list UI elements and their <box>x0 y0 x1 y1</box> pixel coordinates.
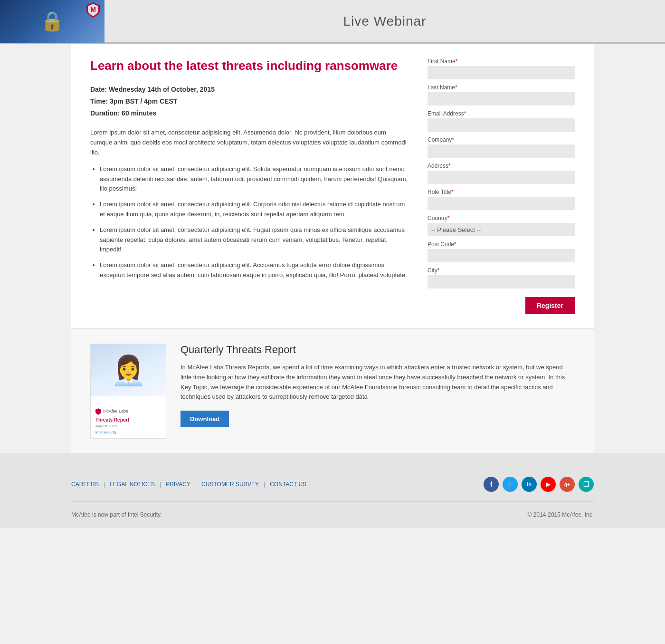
footer-link-contact[interactable]: CONTACT US <box>265 481 311 488</box>
first-name-label: First Name* <box>428 58 575 65</box>
registration-form: First Name* Last Name* Email Address* Co… <box>428 58 575 314</box>
email-input[interactable] <box>428 118 575 132</box>
facebook-icon[interactable]: f <box>484 477 499 492</box>
postcode-group: Post Code* <box>428 241 575 262</box>
linkedin-icon[interactable]: in <box>522 477 537 492</box>
main-content: Learn about the latest threats including… <box>71 44 594 328</box>
company-label: Company* <box>428 136 575 143</box>
last-name-input[interactable] <box>428 92 575 106</box>
left-column: Learn about the latest threats including… <box>90 58 408 314</box>
address-input[interactable] <box>428 171 575 184</box>
mcafee-shield-icon: M <box>86 2 100 18</box>
form-actions: Register <box>428 293 575 314</box>
register-button[interactable]: Register <box>525 297 575 314</box>
first-name-group: First Name* <box>428 58 575 79</box>
report-brand-label: McAfee Labs <box>103 409 128 413</box>
list-item: Lorem ipsum dolor sit amet, consectetur … <box>100 200 408 220</box>
security-icon: 🔒 <box>40 10 64 32</box>
youtube-icon[interactable]: ▶ <box>541 477 556 492</box>
address-label: Address* <box>428 163 575 169</box>
footer-links-row: CAREERS | LEGAL NOTICES | PRIVACY | CUST… <box>71 477 594 502</box>
copyright-notice: © 2014-2015 McAfee, Inc. <box>527 511 594 518</box>
list-item: Lorem ipsum dolor sit amet, consectetur … <box>100 164 408 194</box>
company-group: Company* <box>428 136 575 158</box>
first-name-input[interactable] <box>428 66 575 79</box>
intro-description: Lorem ipsum dolor sit amet, consectetur … <box>90 128 408 157</box>
event-duration: Duration: 60 minutes <box>90 107 408 119</box>
report-cover: 👩‍💼 McAfee Labs Threats Report August 20… <box>90 344 166 439</box>
report-title-label: Threats Report <box>95 417 161 423</box>
city-label: City* <box>428 267 575 274</box>
report-description: In McAfee Labs Threats Reports, we spend… <box>180 363 575 402</box>
last-name-group: Last Name* <box>428 84 575 106</box>
footer-bottom: McAfee is now part of Intel Security. © … <box>71 511 594 518</box>
report-cover-image: 👩‍💼 <box>91 344 166 396</box>
quarterly-report-section: 👩‍💼 McAfee Labs Threats Report August 20… <box>71 329 594 453</box>
slideshare-icon[interactable]: ❐ <box>579 477 594 492</box>
report-person-icon: 👩‍💼 <box>111 354 146 387</box>
role-title-group: Role Title* <box>428 189 575 210</box>
report-content: Quarterly Threats Report In McAfee Labs … <box>180 344 575 427</box>
list-item: Lorem ipsum dolor sit amet, consectetur … <box>100 225 408 255</box>
country-label: Country* <box>428 215 575 221</box>
email-label: Email Address* <box>428 110 575 117</box>
page-title: Live Webinar <box>104 14 665 29</box>
download-button[interactable]: Download <box>180 411 229 427</box>
city-group: City* <box>428 267 575 288</box>
footer-link-privacy[interactable]: PRIVACY <box>161 481 195 488</box>
webinar-title: Learn about the latest threats including… <box>90 58 408 74</box>
postcode-label: Post Code* <box>428 241 575 248</box>
email-group: Email Address* <box>428 110 575 132</box>
svg-text:M: M <box>90 6 96 13</box>
address-group: Address* <box>428 163 575 184</box>
footer-link-legal[interactable]: LEGAL NOTICES <box>105 481 160 488</box>
last-name-label: Last Name* <box>428 84 575 91</box>
footer-link-survey[interactable]: CUSTOMER SURVEY <box>197 481 264 488</box>
twitter-icon[interactable]: 🐦 <box>503 477 518 492</box>
country-select[interactable]: -- Please Select -- United Kingdom Unite… <box>428 223 575 236</box>
page-footer: CAREERS | LEGAL NOTICES | PRIVACY | CUST… <box>0 453 665 528</box>
header-banner: 🔒 M <box>0 0 104 43</box>
googleplus-icon[interactable]: g+ <box>560 477 575 492</box>
page-header: 🔒 M Live Webinar <box>0 0 665 44</box>
feature-list: Lorem ipsum dolor sit amet, consectetur … <box>90 164 408 280</box>
postcode-input[interactable] <box>428 249 575 262</box>
event-time: Time: 3pm BST / 4pm CEST <box>90 96 408 107</box>
mcafee-small-shield <box>95 408 101 415</box>
report-date-label: August 2015 <box>95 424 161 428</box>
role-title-input[interactable] <box>428 197 575 210</box>
intel-notice: McAfee is now part of Intel Security. <box>71 511 162 518</box>
event-date: Date: Wednesday 14th of October, 2015 <box>90 84 408 96</box>
footer-nav: CAREERS | LEGAL NOTICES | PRIVACY | CUST… <box>71 481 311 488</box>
list-item: Lorem ipsum dolor sit amet, consectetur … <box>100 260 408 280</box>
country-group: Country* -- Please Select -- United King… <box>428 215 575 236</box>
event-details: Date: Wednesday 14th of October, 2015 Ti… <box>90 84 408 120</box>
report-cover-text: McAfee Labs Threats Report August 2015 i… <box>91 404 166 438</box>
city-input[interactable] <box>428 275 575 288</box>
report-section-title: Quarterly Threats Report <box>180 344 575 356</box>
role-title-label: Role Title* <box>428 189 575 195</box>
company-input[interactable] <box>428 144 575 158</box>
intel-security-label: intel security <box>95 430 161 434</box>
social-icons-group: f 🐦 in ▶ g+ ❐ <box>484 477 594 492</box>
footer-link-careers[interactable]: CAREERS <box>71 481 104 488</box>
